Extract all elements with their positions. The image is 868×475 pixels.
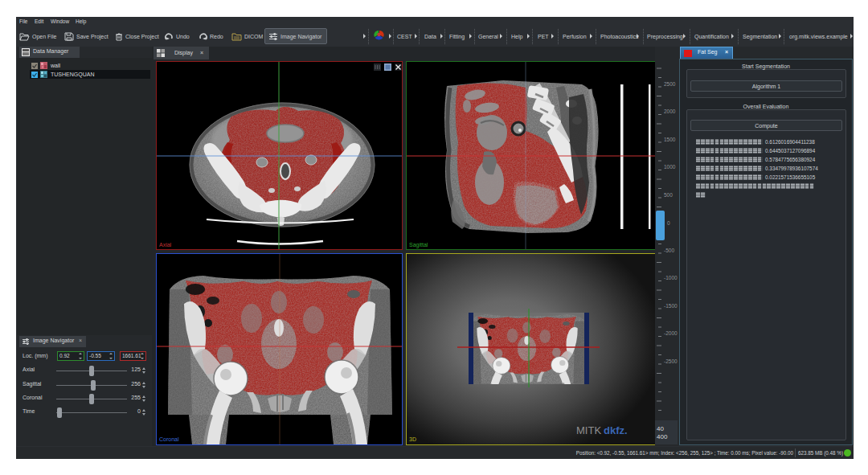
svg-text:1500: 1500 bbox=[664, 137, 676, 142]
svg-text:0: 0 bbox=[667, 220, 670, 226]
svg-text:1000: 1000 bbox=[664, 164, 676, 170]
svg-text:-1000: -1000 bbox=[664, 275, 678, 280]
svg-text:-1500: -1500 bbox=[664, 303, 678, 309]
svg-text:2000: 2000 bbox=[664, 109, 676, 114]
svg-text:-2500: -2500 bbox=[664, 358, 678, 364]
svg-text:Axial: Axial bbox=[159, 242, 172, 248]
svg-text:-2000: -2000 bbox=[664, 330, 678, 336]
svg-text:Sagittal: Sagittal bbox=[409, 242, 428, 248]
svg-text:-500: -500 bbox=[664, 248, 674, 253]
svg-text:Coronal: Coronal bbox=[159, 436, 179, 442]
svg-text:2500: 2500 bbox=[664, 81, 676, 87]
svg-text:500: 500 bbox=[664, 192, 673, 198]
svg-text:3D: 3D bbox=[409, 436, 416, 442]
svg-text:MITK: MITK bbox=[576, 424, 601, 436]
svg-text:400: 400 bbox=[657, 433, 668, 440]
svg-text:dkfz.: dkfz. bbox=[604, 424, 628, 436]
svg-text:40: 40 bbox=[657, 425, 664, 432]
